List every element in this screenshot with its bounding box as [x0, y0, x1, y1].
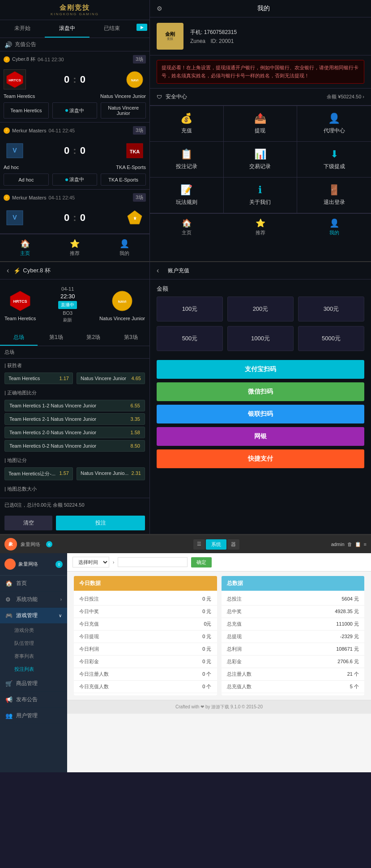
score-box-1: 0 : 0	[64, 74, 85, 85]
bank-button[interactable]: 银联扫码	[157, 405, 364, 423]
admin-action-2[interactable]: 📋	[355, 542, 361, 547]
live-bet-btn-2[interactable]: 滚盘中	[52, 174, 98, 186]
team2a-bet-btn[interactable]: Ad hoc	[4, 174, 49, 186]
confirm-button[interactable]: 确定	[191, 557, 212, 567]
exact-score-btn-1[interactable]: Team Heretics 2-1 Natus Vincere Junior 3…	[4, 413, 145, 425]
alipay-button[interactable]: 支付宝扫码	[157, 360, 364, 379]
amount-500[interactable]: 500元	[157, 326, 223, 351]
sidebar-item-users[interactable]: 👥 用户管理	[0, 708, 67, 724]
menu-logout[interactable]: 🚪 退出登录	[297, 178, 371, 213]
sidebar-sub-team[interactable]: 队伍管理	[9, 637, 67, 650]
refresh-text[interactable]: 刷新	[63, 317, 72, 323]
warning-box: 提现必看！在上角设置，提现须通开户银行，例如中国银行、农业银行，请使用相同银行卡…	[157, 60, 364, 84]
tab-live[interactable]: 滚盘中	[45, 20, 90, 38]
chevron-down-icon-2: ∨	[59, 613, 62, 618]
tab-total[interactable]: 总场	[0, 330, 38, 346]
back-button[interactable]: ‹	[7, 267, 9, 275]
admin-tab-device[interactable]: 器	[227, 539, 239, 550]
time-filter-select[interactable]: 选择时间	[72, 557, 109, 567]
amount-300[interactable]: 300元	[298, 296, 364, 322]
sidebar-item-home[interactable]: 🏠 首页	[0, 576, 67, 592]
menu-transactions[interactable]: 📊 交易记录	[224, 142, 298, 178]
wechat-button[interactable]: 微信扫码	[157, 382, 364, 401]
nav-recommend[interactable]: ⭐ 推荐	[70, 239, 80, 257]
handicap-team2-btn[interactable]: Natus Vincere Junio... 2.31	[77, 467, 145, 480]
exact-score-options: Team Heretics 1-2 Natus Vincere Junior 6…	[0, 398, 149, 453]
sidebar-item-game[interactable]: 🎮 游戏管理 ∨	[0, 608, 67, 624]
score1-team2: 0	[80, 74, 85, 85]
tab-not-started[interactable]: 未开始	[0, 20, 45, 38]
svg-text:HRTCS: HRTCS	[13, 299, 27, 304]
amount-5000[interactable]: 5000元	[298, 326, 364, 351]
tab-game1[interactable]: 第1场	[38, 330, 75, 346]
score-box-3: 0 : 0	[64, 212, 85, 224]
right-nav-mine[interactable]: 👤 我的	[329, 218, 339, 236]
team1-winner-btn[interactable]: Team Heretics 1.17	[4, 373, 73, 384]
team2b-bet-btn[interactable]: TKA E-Sports	[101, 174, 146, 186]
sidebar-sub-event[interactable]: 赛事列表	[9, 650, 67, 663]
sidebar-item-goods[interactable]: 🛒 商品管理	[0, 676, 67, 692]
admin-tab-system[interactable]: 系统	[206, 539, 226, 550]
exact-score-btn-2[interactable]: Team Heretics 2-0 Natus Vincere Junior 1…	[4, 427, 145, 438]
sidebar-item-system[interactable]: ⚙ 系统功能 ›	[0, 592, 67, 608]
menu-agent[interactable]: 👤 代理中心	[297, 106, 371, 142]
match-item-1: ⚡ Cyber.8 杯 04-11 22:30 3场 HRTCS 0 : 0	[0, 51, 149, 123]
admin-menu-icon[interactable]: ☰	[193, 539, 205, 550]
amount-200[interactable]: 200元	[227, 296, 294, 322]
tab-ended[interactable]: 已结束	[90, 20, 134, 38]
handicap-team1-btn[interactable]: Team Heretics让分-... 1.57	[4, 467, 73, 480]
account-header: ⚙ 我的	[150, 0, 371, 17]
menu-downline[interactable]: ⬇ 下级提成	[297, 142, 371, 178]
team-logo-adhoc: V	[4, 140, 26, 161]
menu-recharge[interactable]: 💰 充值	[150, 106, 224, 142]
exact-score-btn-3[interactable]: Team Heretics 0-2 Natus Vincere Junior 8…	[4, 440, 145, 452]
recharge-back-btn[interactable]: ‹	[157, 267, 159, 275]
star-icon: ⭐	[70, 239, 80, 249]
team-logo-natus: NAVI	[124, 69, 146, 89]
sidebar-sub-game-category[interactable]: 游戏分类	[9, 624, 67, 637]
nav-home[interactable]: 🏠 主页	[20, 239, 30, 257]
score3-team1: 0	[64, 212, 69, 224]
admin-action-3[interactable]: ≡	[364, 542, 367, 547]
live-bet-btn[interactable]: 滚盘中	[52, 102, 98, 119]
quick-pay-button[interactable]: 快捷支付	[157, 449, 364, 468]
total-panel-body: 总投注 5604 元 总中奖 4928.35 元 总充值 111000 元	[222, 591, 365, 695]
team-name-1a: Team Heretics	[4, 93, 35, 99]
tab-game3[interactable]: 第3场	[112, 330, 150, 346]
withdraw-icon: 📤	[254, 113, 266, 124]
exact-score-btn-0[interactable]: Team Heretics 1-2 Natus Vincere Junior 6…	[4, 400, 145, 411]
sidebar-sub-bet-list[interactable]: 投注列表	[9, 663, 67, 676]
right-nav-home[interactable]: 🏠 主页	[182, 218, 192, 236]
menu-rules[interactable]: 📝 玩法规则	[150, 178, 224, 213]
sidebar-item-announcement[interactable]: 📢 发布公告	[0, 692, 67, 708]
menu-about[interactable]: ℹ 关于我们	[224, 178, 298, 213]
amount-100[interactable]: 100元	[157, 296, 223, 322]
menu-bet-records[interactable]: 📋 投注记录	[150, 142, 224, 178]
admin-logo: 象	[4, 538, 17, 550]
right-bottom-nav: 🏠 主页 ⭐ 推荐 👤 我的	[150, 213, 371, 241]
filter-bar: 选择时间 › 确定	[67, 553, 371, 572]
live-icon: ▶	[136, 24, 147, 31]
security-row[interactable]: 🛡 安全中心 余额 ¥50224.50 ›	[150, 88, 371, 106]
team2-bet-btn[interactable]: Natus Vincere Junior	[101, 102, 146, 119]
nav-mine[interactable]: 👤 我的	[119, 239, 129, 257]
settings-icon[interactable]: ⚙	[157, 5, 162, 12]
today-recharge-users-row: 今日充值人数 0 个	[74, 681, 217, 693]
right-nav-recommend[interactable]: ⭐ 推荐	[256, 218, 265, 236]
notice-bar: 🔊 充值公告	[0, 38, 149, 51]
team-logo-heretics: HRTCS	[4, 69, 26, 89]
tab-game2[interactable]: 第2场	[75, 330, 112, 346]
admin-action-1[interactable]: 🗑	[347, 542, 352, 547]
menu-withdraw[interactable]: 📤 提现	[224, 106, 298, 142]
sidebar-count-badge: 0	[55, 561, 63, 568]
match-item-2: ⚡ Merkur Masters 04-11 22:45 3场 V 0 : 0	[0, 123, 149, 190]
clear-button[interactable]: 清空	[4, 516, 52, 530]
amount-1000[interactable]: 1000元	[227, 326, 294, 351]
team2-winner-btn[interactable]: Natus Vincere Junior 4.65	[77, 373, 145, 384]
team1-bet-btn[interactable]: Team Heretics	[4, 102, 49, 119]
bet-button[interactable]: 投注	[56, 516, 145, 530]
about-icon: ℹ	[258, 184, 262, 196]
time-filter-input[interactable]	[118, 557, 188, 567]
online-banking-button[interactable]: 网银	[157, 427, 364, 446]
today-win-row: 今日中奖 0 元	[74, 605, 217, 618]
